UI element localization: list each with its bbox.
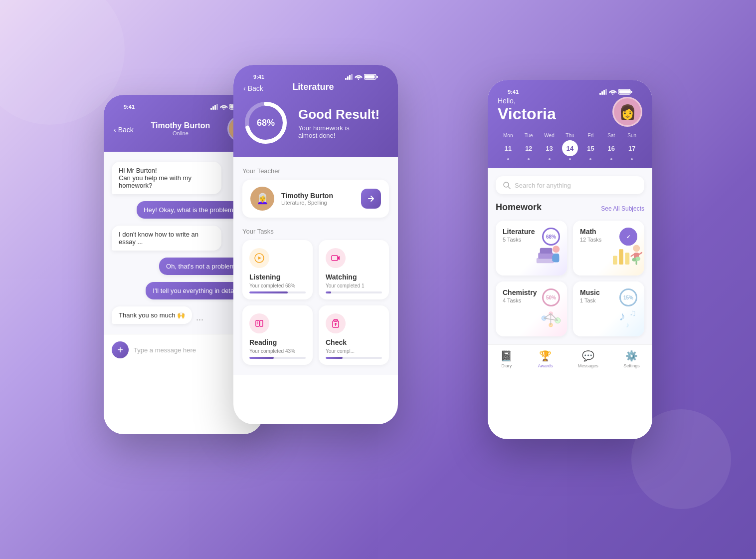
back-label-center: Back (248, 84, 263, 92)
back-button-left[interactable]: ‹ Back (114, 126, 134, 134)
cal-day-name-wed: Wed (544, 133, 554, 138)
teacher-card[interactable]: 👩‍🦳 Timothy Burton Literature, Spelling (242, 180, 389, 218)
teacher-subjects: Literature, Spelling (281, 200, 354, 206)
svg-rect-22 (256, 320, 259, 326)
chat-user-status: Online (151, 130, 210, 136)
task-name-reading: Reading (249, 338, 306, 346)
task-card-reading[interactable]: Reading Your completed 43% (242, 305, 313, 365)
nav-item-settings[interactable]: ⚙️ Settings (623, 350, 640, 368)
svg-rect-9 (347, 76, 349, 80)
progress-fill-reading (249, 357, 274, 359)
cal-day-num-fri: 15 (582, 140, 598, 156)
awards-icon: 🏆 (539, 350, 552, 362)
subject-card-music[interactable]: Music 1 Task 15% ♪ ♫ ♪ (573, 281, 644, 336)
nav-item-diary[interactable]: 📓 Diary (500, 350, 513, 368)
music-illustration: ♪ ♫ ♪ (612, 304, 644, 336)
teacher-avatar-center: 👩‍🦳 (250, 187, 274, 211)
search-icon (503, 181, 511, 189)
svg-rect-8 (345, 78, 347, 80)
task-card-listening[interactable]: Listening Your completed 68% (242, 240, 313, 299)
task-name-check: Check (326, 338, 382, 346)
cal-day-name-fri: Fri (588, 133, 594, 138)
diary-icon: 📓 (500, 350, 513, 362)
cal-day-mon: Mon 11 (498, 133, 518, 160)
status-time-center: 9:41 (253, 74, 264, 80)
back-button-center[interactable]: ‹ Back (243, 84, 263, 92)
progress-fill-listening (249, 291, 288, 293)
task-card-watching[interactable]: Watching Your completed 1 (319, 240, 389, 299)
cal-day-sun: Sun 17 (622, 133, 642, 160)
svg-text:♪: ♪ (619, 309, 625, 323)
lit-body: Your Teacher 👩‍🦳 Timothy Burton Literatu… (233, 157, 398, 375)
svg-point-29 (335, 323, 337, 325)
svg-rect-42 (538, 253, 554, 259)
nav-item-awards[interactable]: 🏆 Awards (538, 350, 553, 368)
svg-point-57 (632, 258, 637, 262)
subject-card-math[interactable]: Math 12 Tasks ✓ (573, 221, 644, 276)
calendar-row: Mon 11 Tue 12 Wed 13 Thu 14 (498, 133, 642, 160)
nav-label-messages: Messages (578, 363, 598, 368)
result-title: Good Result! (298, 107, 379, 122)
task-completed-watching: Your completed 1 (326, 283, 382, 288)
search-bar[interactable]: Search for anything (496, 176, 644, 194)
result-text: Good Result! Your homework isalmost done… (298, 107, 379, 139)
add-attachment-button[interactable]: + (112, 341, 129, 358)
svg-rect-33 (603, 90, 605, 95)
task-name-watching: Watching (326, 273, 382, 281)
status-bar-left: 9:41 (114, 100, 253, 112)
nav-item-messages[interactable]: 💬 Messages (578, 350, 598, 368)
cal-day-name-sat: Sat (607, 133, 615, 138)
cal-day-num-tue: 12 (521, 140, 537, 156)
signal-icons-center (345, 74, 378, 80)
subject-pct-chem: 50% (542, 288, 560, 306)
subject-card-literature[interactable]: Literature 5 Tasks 68% (496, 221, 567, 276)
svg-text:♪: ♪ (626, 321, 629, 329)
task-card-check[interactable]: Check Your compl... (319, 305, 389, 365)
homework-header-row: Homework See All Subjects (496, 202, 644, 215)
svg-text:♫: ♫ (629, 307, 636, 318)
status-time-right: 9:41 (508, 89, 519, 95)
dash-nav: 📓 Diary 🏆 Awards 💬 Messages ⚙️ Settings (488, 344, 652, 371)
chem-illustration (535, 304, 567, 336)
svg-line-53 (631, 255, 634, 257)
svg-point-44 (553, 246, 560, 253)
svg-rect-50 (625, 253, 630, 265)
dash-body: Search for anything Homework See All Sub… (488, 168, 652, 344)
chat-header-info: ‹ Back Timothy Burton Online 👩‍🦳 (114, 116, 253, 142)
lit-header: 9:41 ‹ Back Literature (233, 65, 398, 157)
lit-title: Literature (263, 82, 363, 92)
progress-donut: 68% (243, 100, 288, 145)
see-all-button[interactable]: See All Subjects (601, 205, 644, 212)
lit-content: 68% Good Result! Your homework isalmost … (243, 100, 388, 145)
subject-card-chemistry[interactable]: Chemistry 4 Tasks 50% (496, 281, 567, 336)
svg-rect-15 (377, 76, 378, 78)
watching-icon (326, 248, 346, 268)
message-bubble-6: Thank you so much 🙌 (112, 306, 192, 324)
nav-label-settings: Settings (623, 363, 640, 368)
svg-rect-34 (605, 89, 607, 95)
reading-icon (249, 313, 269, 333)
progress-bg-listening (249, 291, 306, 293)
status-time-left: 9:41 (124, 104, 135, 110)
message-bubble-2: Hey! Okay, what is the problem? (137, 201, 244, 219)
tasks-grid: Listening Your completed 68% Watching Yo… (242, 240, 389, 365)
teacher-contact-button[interactable] (361, 189, 381, 209)
greeting-label: Hello, (498, 97, 556, 105)
svg-point-51 (633, 245, 640, 252)
svg-rect-47 (557, 256, 559, 262)
svg-line-54 (639, 253, 642, 255)
task-completed-reading: Your completed 43% (249, 348, 306, 354)
lit-illustration (532, 236, 567, 276)
dash-greeting-row: Hello, Victoria 👩 (498, 97, 642, 127)
cal-day-tue: Tue 12 (518, 133, 539, 160)
cal-day-fri: Fri 15 (580, 133, 601, 160)
svg-point-35 (612, 94, 613, 95)
cal-day-thu: Thu 14 (560, 133, 580, 160)
svg-rect-31 (599, 93, 601, 95)
svg-rect-32 (601, 91, 603, 95)
cal-day-name-tue: Tue (525, 133, 533, 138)
homework-title: Homework (496, 202, 542, 213)
back-label-left: Back (118, 126, 134, 134)
cal-day-name-mon: Mon (503, 133, 513, 138)
search-placeholder: Search for anything (515, 182, 571, 189)
